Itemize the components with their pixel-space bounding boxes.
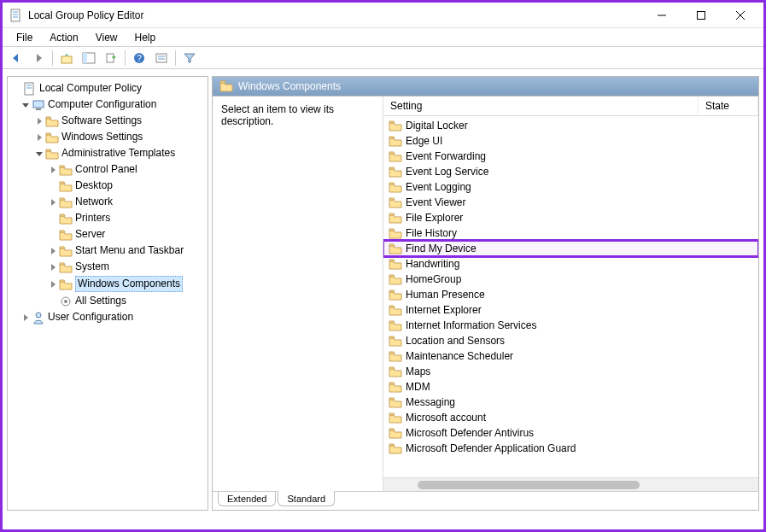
list-item[interactable]: File History [383, 225, 758, 241]
list-item[interactable]: MDM [383, 379, 758, 395]
folder-icon [59, 196, 73, 209]
tree-root[interactable]: Local Computer Policy [8, 80, 208, 96]
tree-node-label: Desktop [75, 178, 113, 193]
list-item[interactable]: Microsoft Defender Antivirus [383, 425, 758, 441]
folder-icon [389, 226, 402, 240]
up-folder-button[interactable] [56, 49, 77, 67]
menu-view[interactable]: View [87, 30, 126, 45]
tree-node[interactable]: All Settings [8, 293, 208, 309]
list-item[interactable]: Digital Locker [383, 118, 758, 133]
tree-node[interactable]: Printers [8, 210, 208, 226]
settings-icon [59, 295, 73, 308]
list-item-label: HomeGroup [406, 273, 461, 285]
twisty-icon[interactable] [33, 133, 45, 142]
svg-rect-20 [33, 101, 44, 108]
horizontal-scrollbar[interactable] [383, 477, 758, 491]
list-item[interactable]: HomeGroup [383, 272, 758, 287]
menu-file[interactable]: File [8, 30, 41, 45]
twisty-icon[interactable] [47, 263, 59, 272]
folder-icon [45, 147, 59, 161]
list-item[interactable]: Handwriting [383, 256, 758, 272]
tree-node[interactable]: Control Panel [8, 161, 208, 178]
tree-node-label: Windows Settings [61, 130, 143, 144]
svg-point-23 [64, 300, 67, 303]
folder-icon [389, 441, 402, 455]
list-item[interactable]: Maintenance Scheduler [383, 348, 758, 364]
tree-node[interactable]: Windows Components [8, 275, 208, 293]
tree-node[interactable]: Server [8, 226, 208, 243]
tree-panel[interactable]: Local Computer Policy Computer Configura… [7, 76, 208, 511]
folder-icon [59, 228, 73, 242]
menu-action[interactable]: Action [41, 30, 86, 45]
tree-node[interactable]: Start Menu and Taskbar [8, 243, 208, 259]
filter-button[interactable] [179, 49, 200, 67]
tree-node[interactable]: User Configuration [8, 309, 208, 325]
tree-node-label: Computer Configuration [48, 97, 156, 112]
tab-standard[interactable]: Standard [278, 491, 335, 506]
help-button[interactable]: ? [129, 49, 149, 67]
list-item[interactable]: Location and Sensors [383, 333, 758, 348]
toolbar-separator [175, 50, 176, 66]
list-item[interactable]: Event Log Service [383, 164, 758, 179]
minimize-button[interactable] [642, 3, 681, 28]
list-item[interactable]: Microsoft Defender Application Guard [383, 441, 758, 456]
twisty-icon[interactable] [20, 313, 32, 322]
menu-help[interactable]: Help [126, 30, 165, 45]
folder-icon [389, 334, 402, 348]
column-state[interactable]: State [699, 96, 758, 115]
list-item[interactable]: Event Logging [383, 179, 758, 195]
twisty-icon[interactable] [47, 247, 59, 255]
twisty-icon[interactable] [47, 166, 59, 174]
list-item[interactable]: Internet Information Services [383, 318, 758, 333]
twisty-icon[interactable] [20, 101, 32, 109]
list-item[interactable]: Event Forwarding [383, 149, 758, 164]
list-item[interactable]: Maps [383, 364, 758, 379]
twisty-icon[interactable] [33, 117, 45, 126]
column-setting[interactable]: Setting [383, 96, 699, 115]
folder-icon [389, 411, 402, 424]
folder-icon [59, 244, 73, 258]
properties-button[interactable] [151, 49, 172, 67]
list-item[interactable]: File Explorer [383, 210, 758, 225]
svg-rect-11 [107, 54, 114, 62]
list-item[interactable]: Messaging [383, 395, 758, 410]
list-item-label: Internet Explorer [406, 304, 482, 316]
folder-icon [59, 278, 73, 291]
tree-node-label: Software Settings [61, 114, 142, 128]
close-button[interactable] [721, 3, 760, 28]
tree-node[interactable]: Desktop [8, 178, 208, 194]
tree-node-label: Network [75, 195, 113, 209]
tree-node[interactable]: Windows Settings [8, 129, 208, 145]
list-item[interactable]: Microsoft account [383, 410, 758, 425]
twisty-icon[interactable] [33, 149, 45, 158]
list-item[interactable]: Edge UI [383, 133, 758, 149]
list-header: Setting State [383, 96, 758, 116]
tree-node[interactable]: Network [8, 194, 208, 210]
export-list-button[interactable] [101, 49, 121, 67]
tree-node-label: Control Panel [75, 162, 137, 177]
list-item[interactable]: Find My Device [383, 241, 758, 256]
list-item-label: Event Log Service [406, 166, 488, 178]
tree-node[interactable]: Computer Configuration [8, 96, 208, 113]
list-item[interactable]: Internet Explorer [383, 302, 758, 318]
computer-icon [32, 98, 45, 112]
back-button[interactable] [6, 49, 26, 67]
list-body[interactable]: Digital LockerEdge UIEvent ForwardingEve… [383, 116, 758, 477]
twisty-icon[interactable] [47, 198, 59, 207]
list-item-label: Messaging [406, 396, 455, 408]
forward-button[interactable] [28, 49, 49, 67]
svg-rect-10 [83, 53, 87, 63]
tree-node[interactable]: Administrative Templates [8, 145, 208, 161]
maximize-button[interactable] [681, 3, 721, 28]
tree-node[interactable]: System [8, 259, 208, 275]
tree-node[interactable]: Software Settings [8, 113, 208, 129]
tab-extended[interactable]: Extended [218, 492, 276, 506]
folder-icon [389, 395, 402, 409]
list-item[interactable]: Human Presence [383, 287, 758, 302]
list-item[interactable]: Event Viewer [383, 195, 758, 210]
content-header-title: Windows Components [238, 80, 341, 92]
folder-icon [59, 212, 73, 225]
show-hide-tree-button[interactable] [79, 49, 99, 67]
twisty-icon[interactable] [47, 280, 59, 289]
folder-icon [389, 119, 402, 132]
